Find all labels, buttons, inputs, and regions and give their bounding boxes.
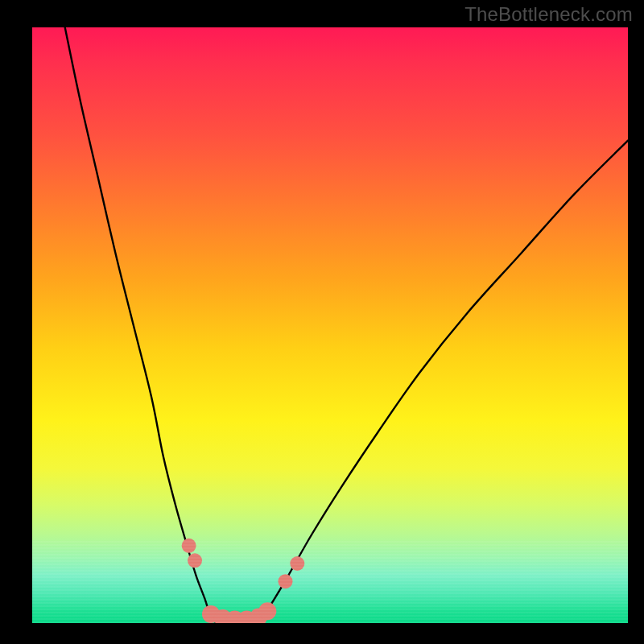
chart-frame: TheBottleneck.com [0, 0, 644, 644]
plot-area [32, 27, 628, 623]
data-marker [258, 602, 276, 620]
data-marker [188, 553, 202, 568]
data-marker [182, 539, 196, 553]
data-marker [290, 556, 304, 571]
series-right-curve [258, 141, 628, 623]
watermark-text: TheBottleneck.com [464, 3, 633, 26]
curve-layer [65, 27, 628, 623]
data-marker [279, 574, 293, 588]
chart-svg [32, 27, 628, 623]
marker-layer [182, 539, 305, 623]
series-left-curve [65, 27, 217, 623]
